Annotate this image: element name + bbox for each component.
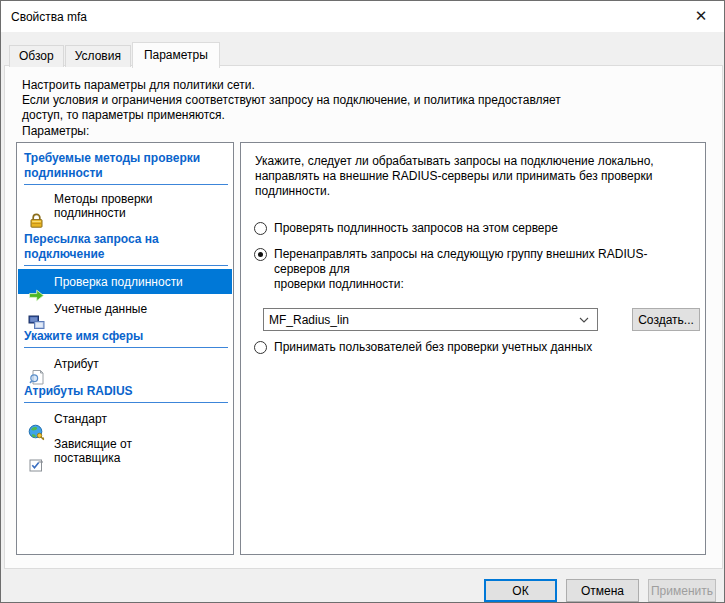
nav-group-radius-attributes: Атрибуты RADIUS — [24, 384, 228, 403]
nav-item-standard[interactable]: Стандарт — [18, 406, 232, 431]
nav-item-vendor-specific[interactable]: Зависящие от поставщика — [18, 433, 232, 469]
server-group-row: MF_Radius_lin Создать... — [263, 308, 705, 331]
title-bar: Свойства mfa ✕ — [1, 1, 724, 32]
radio-button-icon[interactable] — [254, 341, 267, 354]
tab-description: Настроить параметры для политики сети. Е… — [22, 78, 561, 123]
nav-item-label: Проверка подлинности — [54, 275, 183, 289]
green-arrow-icon — [28, 273, 45, 290]
radio-button-icon[interactable] — [254, 248, 267, 261]
nav-item-label: Методы проверки подлинности — [54, 192, 153, 220]
nav-item-authentication[interactable]: Проверка подлинности — [18, 269, 232, 294]
radio-label: Принимать пользователей без проверки уче… — [274, 340, 592, 355]
tab-strip: Обзор Условия Параметры — [9, 42, 221, 67]
nav-item-auth-methods[interactable]: Методы проверки подлинности — [18, 188, 232, 224]
radio-forward-requests[interactable]: Перенаправлять запросы на следующую груп… — [254, 247, 695, 292]
ok-button[interactable]: ОК — [484, 579, 557, 602]
tab-conditions[interactable]: Условия — [65, 45, 131, 67]
close-icon[interactable]: ✕ — [678, 1, 724, 31]
params-label: Параметры: — [22, 124, 89, 138]
nav-group-auth-methods: Требуемые методы проверки подлинности — [24, 151, 228, 185]
nav-group-forwarding: Пересылка запроса на подключение — [24, 232, 228, 266]
cancel-button[interactable]: Отмена — [566, 579, 639, 602]
authentication-settings-panel: Укажите, следует ли обрабатывать запросы… — [240, 142, 706, 555]
nav-item-attribute[interactable]: Атрибут — [18, 351, 232, 376]
panel-intro-text: Укажите, следует ли обрабатывать запросы… — [255, 154, 691, 199]
nav-group-realm: Укажите имя сферы — [24, 329, 228, 348]
radio-button-icon[interactable] — [254, 222, 267, 235]
lock-icon — [28, 198, 45, 215]
nav-item-label: Атрибут — [54, 357, 99, 371]
checklist-icon — [28, 443, 45, 460]
magnifier-document-icon — [28, 355, 45, 372]
tab-overview[interactable]: Обзор — [9, 45, 64, 67]
radio-authenticate-here[interactable]: Проверять подлинность запросов на этом с… — [254, 221, 695, 236]
new-server-group-button[interactable]: Создать... — [632, 308, 700, 331]
settings-nav-panel: Требуемые методы проверки подлинности Ме… — [16, 142, 234, 555]
radio-accept-without-validation[interactable]: Принимать пользователей без проверки уче… — [254, 340, 695, 355]
radio-label: Перенаправлять запросы на следующую груп… — [274, 247, 695, 292]
nav-item-label: Учетные данные — [54, 302, 147, 316]
nav-item-label: Зависящие от поставщика — [54, 437, 132, 465]
chevron-down-icon[interactable] — [579, 317, 597, 323]
window-title: Свойства mfa — [11, 10, 87, 24]
globe-key-icon — [28, 410, 45, 427]
settings-tab-page: Настроить параметры для политики сети. Е… — [4, 65, 723, 569]
apply-button[interactable]: Применить — [648, 579, 716, 602]
nav-item-label: Стандарт — [54, 412, 107, 426]
radio-label: Проверять подлинность запросов на этом с… — [274, 221, 558, 236]
computers-icon — [28, 300, 45, 317]
properties-dialog: Свойства mfa ✕ Обзор Условия Параметры Н… — [0, 0, 725, 603]
tab-settings[interactable]: Параметры — [132, 42, 220, 68]
nav-item-accounting[interactable]: Учетные данные — [18, 296, 232, 321]
server-group-value: MF_Radius_lin — [269, 313, 579, 327]
server-group-select[interactable]: MF_Radius_lin — [263, 308, 598, 331]
